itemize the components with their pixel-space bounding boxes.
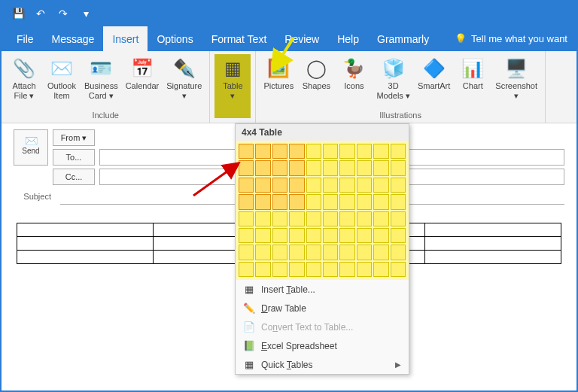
grid-cell[interactable] [289,178,304,193]
grid-cell[interactable] [289,194,304,209]
tell-me-search[interactable]: 💡Tell me what you want [446,26,576,51]
tab-message[interactable]: Message [43,26,104,51]
grid-cell[interactable] [323,228,338,243]
grid-cell[interactable] [339,144,354,159]
grid-cell[interactable] [357,144,372,159]
grid-cell[interactable] [255,228,270,243]
grid-cell[interactable] [272,262,287,277]
grid-cell[interactable] [255,160,270,175]
grid-cell[interactable] [239,228,254,243]
grid-cell[interactable] [357,262,372,277]
grid-cell[interactable] [306,160,321,175]
grid-cell[interactable] [255,262,270,277]
grid-cell[interactable] [306,144,321,159]
grid-cell[interactable] [255,211,270,226]
smartart-button[interactable]: 🔷SmartArt [415,54,453,109]
grid-cell[interactable] [306,178,321,193]
menu-quick-tables[interactable]: ▦Quick Tables▶ [236,355,409,374]
cc-button[interactable]: Cc... [53,169,95,185]
grid-cell[interactable] [306,194,321,209]
send-button[interactable]: ✉️ Send [14,129,48,166]
grid-cell[interactable] [289,144,304,159]
table-button[interactable]: ▦Table▾ [214,54,251,118]
grid-cell[interactable] [272,160,287,175]
grid-cell[interactable] [373,144,388,159]
grid-cell[interactable] [255,194,270,209]
grid-cell[interactable] [323,194,338,209]
tab-file[interactable]: File [8,26,43,51]
grid-cell[interactable] [239,245,254,260]
grid-cell[interactable] [239,160,254,175]
attach-button[interactable]: 📎AttachFile ▾ [6,54,42,109]
grid-cell[interactable] [306,262,321,277]
grid-cell[interactable] [391,160,406,175]
grid-cell[interactable] [391,194,406,209]
tab-help[interactable]: Help [328,26,368,51]
grid-cell[interactable] [272,211,287,226]
grid-cell[interactable] [272,245,287,260]
screenshot-button[interactable]: 🖥️Screenshot▾ [492,54,540,109]
tab-grammarly[interactable]: Grammarly [368,26,438,51]
grid-cell[interactable] [373,160,388,175]
grid-cell[interactable] [323,178,338,193]
grid-cell[interactable] [239,211,254,226]
grid-cell[interactable] [339,160,354,175]
grid-cell[interactable] [272,144,287,159]
grid-cell[interactable] [339,178,354,193]
grid-cell[interactable] [373,178,388,193]
grid-cell[interactable] [289,262,304,277]
grid-cell[interactable] [391,144,406,159]
grid-cell[interactable] [289,160,304,175]
grid-cell[interactable] [339,228,354,243]
menu-excel-spreadsheet[interactable]: 📗Excel Spreadsheet [236,336,409,355]
grid-cell[interactable] [373,262,388,277]
grid-cell[interactable] [373,194,388,209]
grid-cell[interactable] [306,245,321,260]
grid-cell[interactable] [357,245,372,260]
grid-cell[interactable] [306,228,321,243]
from-button[interactable]: From ▾ [53,129,95,146]
grid-cell[interactable] [272,178,287,193]
grid-cell[interactable] [391,211,406,226]
to-button[interactable]: To... [53,149,95,166]
outlook-button[interactable]: ✉️OutlookItem [44,54,80,109]
grid-cell[interactable] [339,245,354,260]
undo-button[interactable]: ↶ [30,5,51,23]
grid-cell[interactable] [339,211,354,226]
3d-button[interactable]: 🧊3DModels ▾ [373,54,413,109]
grid-cell[interactable] [289,211,304,226]
tab-format-text[interactable]: Format Text [202,26,276,51]
grid-cell[interactable] [323,211,338,226]
calendar-button[interactable]: 📅Calendar [123,54,163,109]
signature-button[interactable]: ✒️Signature▾ [163,54,205,109]
shapes-button[interactable]: ◯Shapes [298,54,334,109]
tab-options[interactable]: Options [148,26,202,51]
grid-cell[interactable] [255,144,270,159]
grid-cell[interactable] [339,262,354,277]
icons-button[interactable]: 🦆Icons [336,54,372,109]
grid-cell[interactable] [373,245,388,260]
pictures-button[interactable]: 🖼️Pictures [260,54,297,109]
grid-cell[interactable] [239,178,254,193]
grid-cell[interactable] [272,194,287,209]
grid-cell[interactable] [289,228,304,243]
grid-cell[interactable] [357,194,372,209]
grid-cell[interactable] [306,211,321,226]
tab-review[interactable]: Review [275,26,328,51]
chart-button[interactable]: 📊Chart [455,54,491,109]
grid-cell[interactable] [239,262,254,277]
grid-cell[interactable] [357,160,372,175]
redo-button[interactable]: ↷ [53,5,74,23]
grid-cell[interactable] [323,262,338,277]
grid-cell[interactable] [391,262,406,277]
grid-cell[interactable] [239,144,254,159]
grid-cell[interactable] [239,194,254,209]
grid-cell[interactable] [339,194,354,209]
grid-cell[interactable] [391,178,406,193]
grid-cell[interactable] [373,228,388,243]
grid-cell[interactable] [272,228,287,243]
grid-cell[interactable] [323,144,338,159]
grid-cell[interactable] [323,245,338,260]
grid-cell[interactable] [255,178,270,193]
tab-insert[interactable]: Insert [103,26,148,51]
